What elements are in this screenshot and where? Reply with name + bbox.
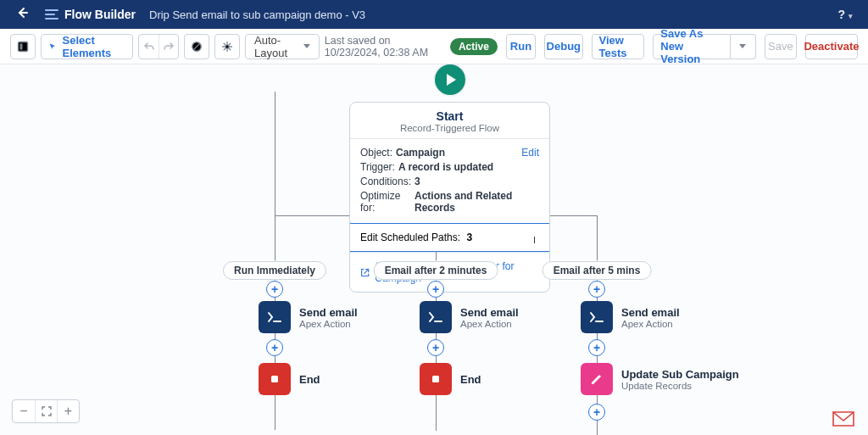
toggle-panel-button[interactable] <box>10 34 36 59</box>
start-subtitle: Record-Triggered Flow <box>355 123 544 133</box>
path-label-email-5min[interactable]: Email after 5 mins <box>542 261 652 280</box>
undo-button[interactable] <box>139 35 159 59</box>
node-send-email-3[interactable]: Send emailApex Action <box>581 301 680 333</box>
node-end-1[interactable]: End <box>259 363 320 395</box>
svg-rect-5 <box>432 376 439 382</box>
edit-scheduled-link[interactable]: Edit <box>360 231 378 243</box>
svg-point-3 <box>225 44 229 47</box>
svg-rect-1 <box>20 43 23 49</box>
select-elements-button[interactable]: Select Elements <box>41 34 133 59</box>
debug-button[interactable]: Debug <box>544 34 582 59</box>
view-tests-button[interactable]: View Tests <box>592 34 645 59</box>
last-saved-text: Last saved on 10/23/2024, 02:38 AM <box>325 35 442 59</box>
run-button[interactable]: Run <box>506 34 536 59</box>
zoom-in-button[interactable]: + <box>57 400 79 422</box>
add-element-button[interactable]: + <box>427 339 444 356</box>
edit-start-link[interactable]: Edit <box>521 147 539 159</box>
add-element-button[interactable]: + <box>427 281 444 298</box>
deactivate-button[interactable]: Deactivate <box>805 34 858 59</box>
add-element-button[interactable]: + <box>588 339 605 356</box>
apex-action-icon <box>581 301 613 333</box>
flow-canvas[interactable]: Start Record-Triggered Flow Edit Object:… <box>0 64 868 435</box>
block-icon-button[interactable] <box>184 34 209 59</box>
add-element-button[interactable]: + <box>588 281 605 298</box>
help-button[interactable]: ? ▾ <box>832 8 860 21</box>
toolbar: Select Elements Auto-Layout Last saved o… <box>0 29 868 64</box>
update-records-icon <box>581 363 613 395</box>
back-button[interactable] <box>8 3 36 26</box>
scheduled-paths-section[interactable]: Edit Scheduled Paths: 3 I <box>349 223 550 252</box>
add-element-button[interactable]: + <box>588 404 605 421</box>
app-logo: Flow Builder <box>36 7 144 22</box>
save-as-menu-button[interactable] <box>731 34 756 59</box>
node-end-2[interactable]: End <box>420 363 481 395</box>
apex-action-icon <box>420 301 452 333</box>
page-title: Drip Send email to sub campaign demo - V… <box>144 8 365 21</box>
node-send-email-1[interactable]: Send emailApex Action <box>259 301 358 333</box>
start-icon[interactable] <box>435 64 465 95</box>
path-label-run-immediately[interactable]: Run Immediately <box>223 261 326 280</box>
save-as-new-version-button[interactable]: Save As New Version <box>653 34 730 59</box>
redo-button[interactable] <box>159 35 178 59</box>
node-send-email-2[interactable]: Send emailApex Action <box>420 301 519 333</box>
settings-button[interactable] <box>214 34 240 59</box>
path-label-email-2min[interactable]: Email after 2 minutes <box>374 261 498 280</box>
chevron-down-icon <box>303 44 310 48</box>
app-name: Flow Builder <box>64 8 136 21</box>
svg-rect-4 <box>271 376 278 382</box>
start-title: Start <box>355 109 544 123</box>
end-icon <box>420 363 452 395</box>
text-cursor-icon: I <box>533 235 536 245</box>
zoom-controls: − + <box>12 399 80 423</box>
zoom-fit-button[interactable] <box>35 400 57 422</box>
save-button[interactable]: Save <box>765 34 797 59</box>
start-config-section[interactable]: Edit Object:Campaign Trigger:A record is… <box>350 139 549 224</box>
status-badge: Active <box>450 38 498 55</box>
node-update-sub-campaign[interactable]: Update Sub CampaignUpdate Records <box>581 363 739 395</box>
zoom-out-button[interactable]: − <box>13 400 35 422</box>
watermark-icon <box>832 411 854 430</box>
layout-mode-select[interactable]: Auto-Layout <box>245 34 320 59</box>
undo-redo-group <box>138 34 179 59</box>
svg-rect-0 <box>19 42 28 51</box>
add-element-button[interactable]: + <box>266 339 283 356</box>
apex-action-icon <box>259 301 291 333</box>
end-icon <box>259 363 291 395</box>
app-header: Flow Builder Drip Send email to sub camp… <box>0 0 868 29</box>
add-element-button[interactable]: + <box>266 281 283 298</box>
